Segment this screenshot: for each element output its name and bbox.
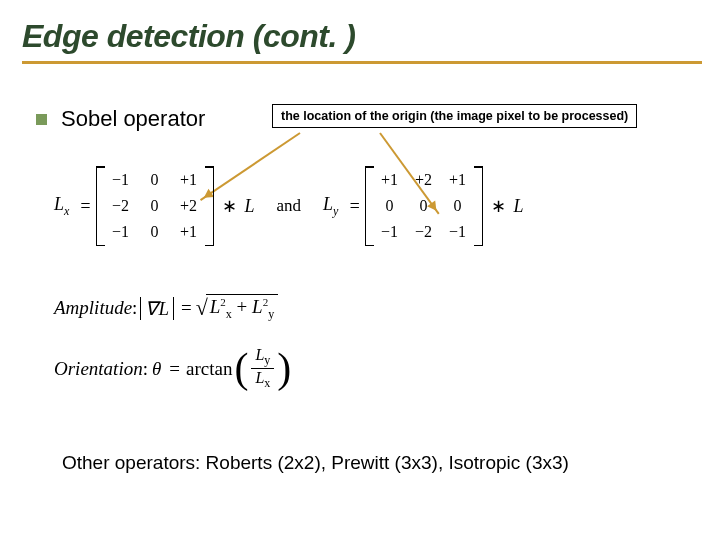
bullet-icon	[36, 114, 47, 125]
other-operators-note: Other operators: Roberts (2x2), Prewitt …	[62, 452, 569, 474]
amplitude-formula: Amplitude: ∇L = √ L2x + L2y	[54, 294, 684, 322]
origin-note: the location of the origin (the image pi…	[272, 104, 637, 128]
title-underline	[22, 61, 702, 64]
orientation-formula: Orientation: θ = arctan ( Ly Lx )	[54, 346, 684, 391]
bullet-text: Sobel operator	[61, 106, 205, 132]
slide-title: Edge detection (cont. )	[22, 18, 698, 55]
lx-matrix: −10+1 −20+2 −10+1	[104, 167, 206, 245]
ly-matrix: +1+2+1 000 −1−2−1	[373, 167, 475, 245]
sobel-formula: Lx = −10+1 −20+2 −10+1 ∗ L and Ly = +1+2…	[36, 158, 684, 268]
